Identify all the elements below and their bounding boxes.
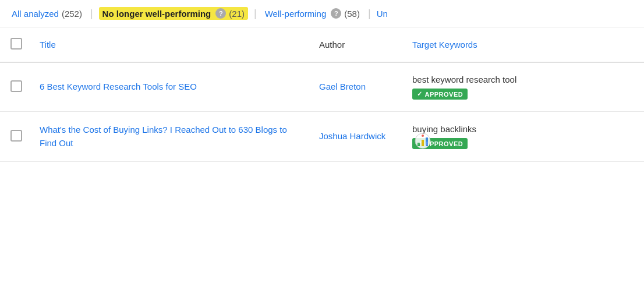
analytics-overlay-icon — [415, 133, 431, 149]
row2-title-link[interactable]: What's the Cost of Buying Links? I Reach… — [40, 123, 305, 150]
header-title[interactable]: Title — [33, 27, 312, 62]
filter-un-label: Un — [377, 9, 388, 19]
filter-bar: All analyzed (252) | No longer well-perf… — [0, 0, 644, 27]
separator-3: | — [362, 8, 377, 20]
filter-well-count: (58) — [344, 9, 360, 19]
svg-point-4 — [422, 135, 424, 137]
row2-title-cell: What's the Cost of Buying Links? I Reach… — [33, 112, 312, 162]
row1-author-cell: Gael Breton — [312, 62, 405, 112]
row1-title-cell: 6 Best Keyword Research Tools for SEO — [33, 62, 312, 112]
row1-approved-badge: ✓ APPROVED — [412, 89, 468, 100]
row1-title-link[interactable]: 6 Best Keyword Research Tools for SEO — [40, 80, 305, 94]
svg-rect-3 — [426, 137, 428, 146]
table-row: 6 Best Keyword Research Tools for SEO Ga… — [0, 62, 644, 112]
separator-1: | — [84, 8, 99, 20]
header-author: Author — [312, 27, 405, 62]
row2-checkbox[interactable] — [10, 130, 22, 142]
filter-all-analyzed[interactable]: All analyzed (252) — [9, 8, 84, 20]
select-all-checkbox[interactable] — [10, 38, 22, 50]
help-icon-no-longer[interactable]: ? — [215, 8, 226, 19]
header-keywords[interactable]: Target Keywords — [405, 27, 644, 62]
row1-author: Gael Breton — [319, 82, 366, 91]
filter-no-longer-count: (21) — [229, 9, 245, 19]
row1-keywords-cell: best keyword research tool ✓ APPROVED — [405, 62, 644, 112]
row2-keyword: buying backlinks — [412, 124, 637, 134]
header-title-label: Title — [40, 40, 56, 50]
filter-well-label: Well-performing — [265, 9, 327, 19]
row1-checkbox-cell — [0, 62, 33, 112]
filter-well-performing[interactable]: Well-performing ? (58) — [263, 7, 362, 20]
row1-approved-label: APPROVED — [425, 91, 463, 98]
row2-badge-wrap: ✓ APPROVED — [412, 137, 468, 149]
header-author-label: Author — [319, 40, 345, 50]
filter-un[interactable]: Un — [377, 9, 388, 19]
table-header-row: Title Author Target Keywords — [0, 27, 644, 62]
row1-check-icon: ✓ — [417, 90, 423, 98]
help-icon-well-performing[interactable]: ? — [331, 8, 341, 19]
svg-rect-2 — [422, 140, 424, 146]
row2-author-cell: Joshua Hardwick — [312, 112, 405, 162]
svg-rect-1 — [417, 143, 420, 146]
filter-no-longer-label: No longer well-performing — [102, 9, 211, 19]
header-checkbox-cell — [0, 27, 33, 62]
table-row: What's the Cost of Buying Links? I Reach… — [0, 112, 644, 162]
row2-checkbox-cell — [0, 112, 33, 162]
row1-checkbox[interactable] — [10, 80, 22, 92]
row1-keyword: best keyword research tool — [412, 75, 637, 84]
content-table: Title Author Target Keywords 6 Best Keyw… — [0, 27, 644, 162]
row2-author: Joshua Hardwick — [319, 131, 385, 141]
filter-no-longer[interactable]: No longer well-performing ? (21) — [99, 7, 248, 20]
filter-all-count: (252) — [62, 9, 82, 19]
header-keywords-label: Target Keywords — [412, 40, 477, 50]
separator-2: | — [248, 8, 263, 20]
filter-all-label: All analyzed — [12, 9, 59, 19]
row2-keywords-cell: buying backlinks ✓ APPROVED — [405, 112, 644, 162]
